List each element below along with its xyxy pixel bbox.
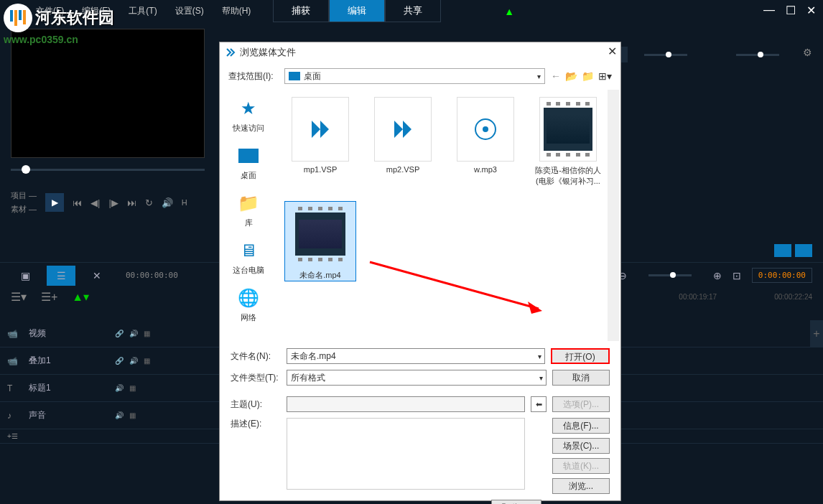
watermark-text: 河东软件园 xyxy=(35,7,114,29)
new-folder-icon[interactable]: 📁 xyxy=(582,70,594,82)
loop-icon[interactable]: ↻ xyxy=(145,197,153,208)
track-link-icon[interactable]: 🔗 xyxy=(115,357,124,365)
track-fx-icon[interactable]: ▦ xyxy=(129,384,136,392)
desc-textarea[interactable] xyxy=(287,418,525,490)
add-track-icon[interactable]: +☰ xyxy=(7,432,18,440)
track-mute-icon[interactable]: 🔊 xyxy=(115,384,124,392)
svg-marker-3 xyxy=(528,302,542,314)
zoom-in-icon[interactable]: ⊕ xyxy=(713,270,722,281)
zoom-slider[interactable] xyxy=(644,54,687,56)
sidebar-network[interactable]: 🌐 网络 xyxy=(223,286,274,323)
tl-add-icon[interactable]: ☰▾ xyxy=(11,290,27,304)
preview-button[interactable]: 预览(V) xyxy=(491,500,541,504)
file-item[interactable]: mp1.VSP xyxy=(284,97,356,187)
tl-add-track-icon[interactable]: ☰+ xyxy=(41,290,57,304)
file-item[interactable]: mp2.VSP xyxy=(367,97,439,187)
track-mute-icon[interactable]: 🔊 xyxy=(129,357,138,365)
track-mute-icon[interactable]: 🔊 xyxy=(129,330,138,337)
preview-video[interactable] xyxy=(11,29,205,158)
filename-input[interactable]: 未命名.mp4 ▾ xyxy=(287,348,545,364)
scene-button[interactable]: 场景(C)... xyxy=(552,438,610,454)
dialog-sidebar: ★ 快速访问 桌面 📁 库 🖥 这台电脑 🌐 网络 xyxy=(220,90,277,341)
play-button[interactable]: ▶ xyxy=(45,193,64,212)
tab-edit[interactable]: 编辑 xyxy=(329,0,385,22)
minimize-button[interactable]: — xyxy=(763,4,775,17)
tl-timeline-tab[interactable]: ☰ xyxy=(47,266,75,286)
subject-input[interactable] xyxy=(287,396,525,412)
computer-icon: 🖥 xyxy=(237,239,260,262)
track-button[interactable]: 轨道(K)... xyxy=(552,458,610,474)
zoom-slider-2[interactable] xyxy=(736,54,779,56)
step-back-icon[interactable]: ◀| xyxy=(90,197,100,208)
step-forward-icon[interactable]: |▶ xyxy=(108,197,118,208)
svg-point-1 xyxy=(483,126,488,132)
sidebar-desktop[interactable]: 桌面 xyxy=(223,144,274,181)
skip-end-icon[interactable]: ⏭ xyxy=(127,197,136,208)
tl-marker-icon[interactable]: ▲▾ xyxy=(72,290,89,304)
menu-tools[interactable]: 工具(T) xyxy=(129,5,157,17)
filetype-label: 文件类型(T): xyxy=(231,372,281,384)
video-track-icon: 📹 xyxy=(7,329,22,339)
tl-view-1[interactable] xyxy=(774,244,791,257)
cancel-button[interactable]: 取消 xyxy=(552,370,610,386)
lookup-dropdown[interactable]: 桌面 ▾ xyxy=(284,68,545,84)
desktop-icon xyxy=(289,72,300,80)
desktop-icon xyxy=(237,144,260,167)
options-button[interactable]: 选项(P)... xyxy=(552,396,610,412)
tab-share[interactable]: 共享 xyxy=(385,0,441,22)
tl-view-2[interactable] xyxy=(795,244,812,257)
dialog-close-button[interactable]: ✕ xyxy=(608,45,617,58)
file-item[interactable]: w.mp3 xyxy=(450,97,521,187)
filename-label: 文件名(N): xyxy=(231,350,281,363)
open-button[interactable]: 打开(O) xyxy=(551,348,610,364)
tl-tools-tab[interactable]: ✕ xyxy=(83,266,111,286)
upload-icon[interactable]: ▲ xyxy=(504,6,514,17)
track-fx-icon[interactable]: ▦ xyxy=(144,330,150,337)
dialog-title-bar[interactable]: 浏览媒体文件 ✕ xyxy=(220,42,620,62)
menu-help[interactable]: 帮助(H) xyxy=(222,5,251,17)
tab-capture[interactable]: 捕获 xyxy=(273,0,329,22)
desc-label: 描述(E): xyxy=(231,418,281,430)
dialog-icon xyxy=(225,47,236,57)
tl-time-start: 00:00:00:00 xyxy=(126,271,178,280)
network-icon: 🌐 xyxy=(237,286,260,309)
up-folder-icon[interactable]: 📂 xyxy=(565,70,577,82)
menubar: 文件(F) 编辑(E) 工具(T) 设置(S) 帮助(H) 捕获 编辑 共享 ▲… xyxy=(0,0,823,22)
scrollbar[interactable] xyxy=(608,90,619,341)
title-track-icon: T xyxy=(7,383,22,393)
file-item-selected[interactable]: 未命名.mp4 xyxy=(284,201,356,281)
track-fx-icon[interactable]: ▦ xyxy=(144,357,150,365)
skip-start-icon[interactable]: ⏮ xyxy=(73,197,82,208)
track-link-icon[interactable]: 🔗 xyxy=(115,330,124,337)
overlay-track-icon: 📹 xyxy=(7,356,22,366)
hd-label[interactable]: H xyxy=(182,198,187,207)
info-button[interactable]: 信息(F)... xyxy=(552,418,610,434)
tl-zoom-slider[interactable] xyxy=(648,274,692,276)
sidebar-quickaccess[interactable]: ★ 快速访问 xyxy=(223,97,274,134)
menu-settings[interactable]: 设置(S) xyxy=(175,5,204,17)
sidebar-computer[interactable]: 🖥 这台电脑 xyxy=(223,239,274,276)
close-button[interactable]: ✕ xyxy=(806,4,816,17)
settings-icon[interactable]: ⚙ xyxy=(803,47,812,62)
subject-label: 主题(U): xyxy=(231,398,281,411)
file-item[interactable]: 陈奕迅-相信你的人(电影《银河补习... xyxy=(532,97,604,187)
filetype-dropdown[interactable]: 所有格式 ▾ xyxy=(287,370,547,386)
track-mute-icon[interactable]: 🔊 xyxy=(115,411,124,419)
fit-icon[interactable]: ⊡ xyxy=(733,270,741,281)
track-fx-icon[interactable]: ▦ xyxy=(129,411,136,419)
volume-icon[interactable]: 🔊 xyxy=(162,197,173,208)
view-menu-icon[interactable]: ⊞▾ xyxy=(598,70,612,82)
star-icon: ★ xyxy=(237,97,260,120)
sidebar-library[interactable]: 📁 库 xyxy=(223,192,274,228)
track-add-right[interactable]: + xyxy=(810,320,823,347)
watermark-url: www.pc0359.cn xyxy=(4,34,114,45)
preview-slider[interactable] xyxy=(11,169,219,179)
subject-go-button[interactable]: ⬅ xyxy=(531,396,547,412)
tl-storyboard-tab[interactable]: ▣ xyxy=(11,266,39,286)
lookup-label: 查找范围(I): xyxy=(228,70,279,83)
browse-button[interactable]: 浏览... xyxy=(552,478,610,494)
annotation-arrow xyxy=(366,255,553,330)
maximize-button[interactable]: ☐ xyxy=(786,4,796,17)
material-label: 素材 — xyxy=(11,204,37,215)
back-icon[interactable]: ← xyxy=(551,70,561,82)
